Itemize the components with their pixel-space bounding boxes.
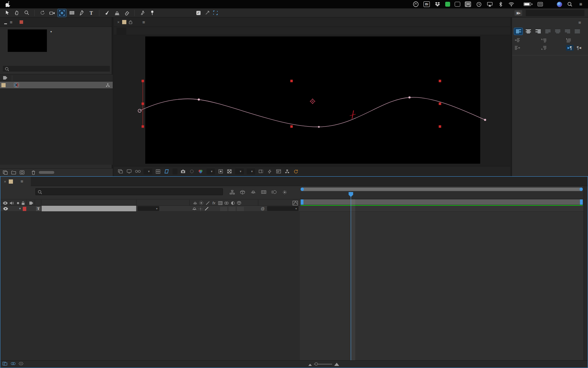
viewer-tab-comp1[interactable] bbox=[117, 28, 126, 35]
navigator-end-handle[interactable] bbox=[580, 188, 583, 191]
work-area-end-handle[interactable] bbox=[580, 199, 583, 205]
dropbox-icon[interactable] bbox=[434, 1, 441, 7]
brush-tool[interactable] bbox=[103, 9, 111, 17]
align-left-button[interactable] bbox=[514, 28, 523, 35]
parent-pickwhip-icon[interactable]: @ bbox=[261, 206, 265, 211]
expand-layer-switches-icon[interactable] bbox=[2, 361, 8, 367]
zoom-slider-knob[interactable] bbox=[315, 362, 318, 366]
panel-close-icon[interactable]: × bbox=[117, 20, 120, 24]
layer-shy-switch[interactable] bbox=[192, 207, 197, 211]
graph-editor-icon[interactable] bbox=[292, 200, 298, 205]
camera-tool[interactable] bbox=[48, 9, 56, 17]
bridge-icon[interactable]: BI bbox=[424, 1, 430, 7]
channel-glasses-icon[interactable] bbox=[135, 169, 141, 174]
layer-switch-cell[interactable] bbox=[237, 207, 244, 211]
flowchart-icon[interactable] bbox=[284, 169, 290, 174]
selection-handle[interactable] bbox=[142, 103, 144, 105]
snapping-checkbox[interactable]: ✓ bbox=[196, 11, 201, 15]
spotlight-icon[interactable] bbox=[567, 1, 573, 7]
view-layout-dropdown[interactable]: ▾ bbox=[247, 169, 255, 175]
hide-shy-layers-icon[interactable] bbox=[250, 189, 257, 195]
always-preview-icon[interactable] bbox=[117, 169, 123, 174]
timeline-panel-menu-icon[interactable]: ≡ bbox=[21, 179, 23, 184]
layer-switch-cell[interactable] bbox=[229, 207, 236, 211]
resolution-dropdown[interactable]: ▾ bbox=[206, 169, 215, 175]
rotation-tool[interactable] bbox=[38, 9, 47, 17]
justify-all-button[interactable] bbox=[573, 28, 581, 35]
snap-to-features-icon[interactable] bbox=[212, 10, 218, 16]
layer-collapse-switch[interactable] bbox=[198, 207, 203, 212]
blend-mode-dropdown[interactable]: ▾ bbox=[138, 206, 159, 211]
selection-tool[interactable] bbox=[3, 9, 11, 17]
zoom-out-mountain-icon[interactable] bbox=[308, 361, 312, 367]
time-ruler[interactable] bbox=[300, 192, 583, 199]
timeline-zoom-slider[interactable] bbox=[308, 361, 339, 367]
keypad-icon[interactable] bbox=[537, 1, 543, 7]
layer-row-undaunted[interactable]: ▼ T ▾ @ ▾ bbox=[0, 206, 583, 212]
timeline-search-field[interactable] bbox=[35, 188, 223, 195]
reset-exposure-icon[interactable] bbox=[293, 169, 299, 174]
time-machine-icon[interactable] bbox=[476, 1, 482, 7]
snapshot-icon[interactable] bbox=[180, 169, 186, 174]
space-before-field[interactable] bbox=[541, 38, 566, 42]
layer-label-chip[interactable] bbox=[23, 207, 26, 211]
creative-cloud-icon[interactable] bbox=[413, 1, 419, 7]
shape-tool[interactable] bbox=[68, 9, 76, 17]
canvas-pasteboard[interactable] bbox=[114, 35, 510, 166]
eye-icon[interactable] bbox=[3, 207, 8, 211]
type-tool[interactable]: T bbox=[87, 9, 96, 17]
composition-mini-flowchart-icon[interactable] bbox=[229, 189, 236, 195]
ltr-paragraph-button[interactable]: ▶¶ bbox=[566, 45, 574, 51]
mask-visibility-icon[interactable] bbox=[164, 169, 170, 174]
new-composition-icon[interactable] bbox=[20, 170, 24, 175]
phone-app-icon[interactable] bbox=[445, 2, 450, 7]
pixel-aspect-icon[interactable] bbox=[258, 169, 264, 174]
comp-thumbnail[interactable] bbox=[8, 29, 47, 52]
motion-blur-icon[interactable] bbox=[271, 189, 278, 195]
view-camera-dropdown[interactable]: ▾ bbox=[235, 169, 244, 175]
layer-quality-switch[interactable] bbox=[205, 207, 209, 211]
navigator-start-handle[interactable] bbox=[301, 188, 304, 191]
selection-handle[interactable] bbox=[142, 80, 144, 82]
show-channel-icon[interactable] bbox=[198, 169, 204, 174]
lock-icon[interactable] bbox=[129, 20, 132, 24]
layer-twirl-icon[interactable]: ▼ bbox=[19, 207, 21, 210]
expand-transfer-controls-icon[interactable] bbox=[10, 361, 16, 367]
work-area-start-handle[interactable] bbox=[301, 199, 303, 205]
expand-in-out-panes-icon[interactable] bbox=[19, 361, 23, 367]
space-after-field[interactable] bbox=[541, 45, 566, 51]
fast-previews-icon[interactable] bbox=[267, 169, 273, 174]
draft-3d-icon[interactable] bbox=[239, 189, 246, 195]
zoom-in-mountain-icon[interactable] bbox=[334, 361, 339, 367]
apple-menu-icon[interactable] bbox=[4, 1, 10, 7]
timeline-button-icon[interactable] bbox=[275, 169, 281, 174]
frame-blending-icon[interactable] bbox=[260, 189, 267, 195]
notification-center-icon[interactable]: ≡ bbox=[578, 1, 584, 7]
justify-last-left-button[interactable] bbox=[544, 28, 552, 35]
magnification-dropdown[interactable]: ▾ bbox=[144, 169, 152, 175]
wifi-icon[interactable] bbox=[508, 1, 514, 7]
item-label-chip[interactable] bbox=[1, 83, 6, 87]
work-area-bar[interactable] bbox=[301, 199, 583, 205]
indent-left-field[interactable] bbox=[515, 38, 541, 42]
align-center-button[interactable] bbox=[524, 28, 532, 35]
siri-icon[interactable] bbox=[557, 2, 562, 7]
workspace-panel-icon[interactable]: ▣▸ bbox=[514, 10, 522, 16]
project-scrollbar-thumb[interactable] bbox=[39, 171, 54, 174]
snap-along-edges-icon[interactable] bbox=[204, 10, 210, 16]
rtl-paragraph-button[interactable]: ¶◀ bbox=[575, 45, 583, 51]
eraser-tool[interactable] bbox=[122, 9, 131, 17]
composition-canvas[interactable] bbox=[145, 36, 480, 164]
brainstorm-icon[interactable] bbox=[281, 189, 288, 195]
hand-tool[interactable] bbox=[13, 9, 21, 17]
viewer-timecode[interactable] bbox=[173, 169, 177, 175]
trash-icon[interactable] bbox=[31, 170, 35, 175]
tab-close-icon[interactable]: × bbox=[4, 179, 6, 184]
first-line-indent-field[interactable] bbox=[566, 38, 588, 42]
justify-last-right-button[interactable] bbox=[563, 28, 572, 35]
finder-app-icon[interactable] bbox=[455, 2, 460, 7]
time-navigator-bar[interactable] bbox=[301, 188, 583, 191]
roto-brush-tool[interactable] bbox=[138, 9, 147, 17]
layer-switch-cell[interactable] bbox=[220, 207, 227, 211]
label-column-icon[interactable] bbox=[3, 76, 8, 80]
